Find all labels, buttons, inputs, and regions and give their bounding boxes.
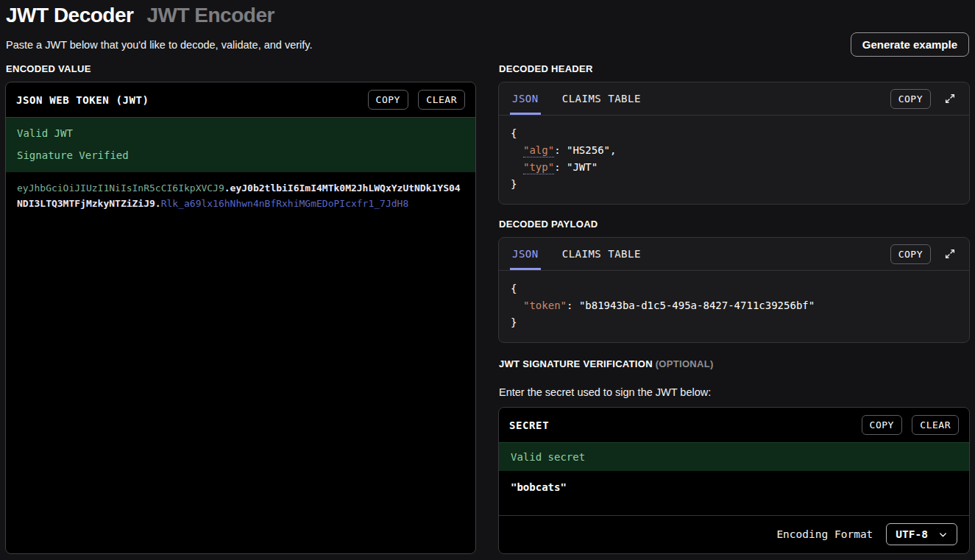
jwt-clear-button[interactable]: CLEAR xyxy=(418,90,465,110)
secret-panel-actions: COPY CLEAR xyxy=(862,415,959,435)
main-columns: ENCODED VALUE JSON WEB TOKEN (JWT) COPY … xyxy=(0,57,975,560)
json-claim-row: "typ": "JWT" xyxy=(511,159,957,176)
jwt-separator-dot: . xyxy=(155,198,161,209)
expand-arrows-icon xyxy=(944,248,956,260)
generate-example-button[interactable]: Generate example xyxy=(851,32,969,57)
decoded-payload-expand-button[interactable] xyxy=(942,246,958,262)
decoded-header-expand-button[interactable] xyxy=(942,91,958,107)
top-header: JWT Decoder JWT Encoder Paste a JWT belo… xyxy=(0,0,975,57)
decoded-header-copy-button[interactable]: COPY xyxy=(890,89,931,109)
claim-key-alg[interactable]: "alg" xyxy=(523,144,554,157)
jwt-copy-button[interactable]: COPY xyxy=(368,90,408,110)
jwt-status-banner: Valid JWT Signature Verified xyxy=(6,117,475,172)
spacer xyxy=(662,82,890,115)
page-subtitle: Paste a JWT below that you'd like to dec… xyxy=(6,39,313,51)
json-claim-row: "alg": "HS256", xyxy=(511,142,957,159)
jwt-panel-title: JSON WEB TOKEN (JWT) xyxy=(16,94,149,106)
decoded-header-tab-json[interactable]: JSON xyxy=(510,82,541,115)
secret-instruction: Enter the secret used to sign the JWT be… xyxy=(499,386,970,398)
decoded-payload-label: DECODED PAYLOAD xyxy=(499,219,970,230)
encoded-value-label: ENCODED VALUE xyxy=(6,63,476,74)
jwt-input-panel: JSON WEB TOKEN (JWT) COPY CLEAR Valid JW… xyxy=(5,82,476,554)
jwt-valid-status: Valid JWT xyxy=(17,127,464,139)
decoded-header-label: DECODED HEADER xyxy=(499,63,970,74)
json-brace: } xyxy=(511,314,957,331)
chevron-down-icon xyxy=(938,530,948,539)
claim-value-alg: "HS256" xyxy=(567,144,610,156)
json-brace: } xyxy=(511,176,957,193)
decoded-header-tab-claims-table[interactable]: CLAIMS TABLE xyxy=(560,82,643,115)
secret-value-input[interactable]: "bobcats" xyxy=(499,471,969,515)
claim-value-typ: "JWT" xyxy=(567,161,598,173)
encoded-value-section: ENCODED VALUE JSON WEB TOKEN (JWT) COPY … xyxy=(5,57,476,560)
decoded-payload-card: JSON CLAIMS TABLE COPY { "token": "b8194… xyxy=(498,237,970,343)
tab-jwt-decoder[interactable]: JWT Decoder xyxy=(6,4,133,27)
secret-copy-button[interactable]: COPY xyxy=(862,415,902,435)
secret-panel-header: SECRET COPY CLEAR xyxy=(499,408,969,442)
decoded-payload-json-viewer: { "token": "b81943ba-d1c5-495a-8427-4711… xyxy=(499,271,969,342)
json-comma: , xyxy=(610,144,616,156)
decoded-header-tab-row: JSON CLAIMS TABLE COPY xyxy=(499,82,969,116)
jwt-separator-dot: . xyxy=(224,182,230,194)
optional-label: (OPTIONAL) xyxy=(653,358,714,369)
decoded-payload-copy-button[interactable]: COPY xyxy=(890,244,931,264)
decoded-section: DECODED HEADER JSON CLAIMS TABLE COPY { … xyxy=(498,57,970,560)
signature-verification-label: JWT SIGNATURE VERIFICATION (OPTIONAL) xyxy=(499,358,970,369)
encoding-format-value: UTF-8 xyxy=(896,528,928,540)
claim-value-token: "b81943ba-d1c5-495a-8427-4711c39256bf" xyxy=(579,300,815,311)
expand-arrows-icon xyxy=(944,93,956,104)
secret-panel-title: SECRET xyxy=(509,419,549,431)
secret-footer: Encoding Format UTF-8 xyxy=(499,515,969,553)
jwt-decoder-page: JWT Decoder JWT Encoder Paste a JWT belo… xyxy=(0,0,975,560)
json-separator: : xyxy=(554,161,567,173)
json-separator: : xyxy=(567,300,579,311)
tab-jwt-encoder[interactable]: JWT Encoder xyxy=(146,4,274,27)
jwt-header-segment: eyJhbGciOiJIUzI1NiIsInR5cCI6IkpXVCJ9 xyxy=(17,182,224,194)
decoded-payload-tab-claims-table[interactable]: CLAIMS TABLE xyxy=(560,238,643,270)
decoded-header-json-viewer: { "alg": "HS256", "typ": "JWT" } xyxy=(499,116,969,204)
jwt-signature-segment: Rlk_a69lx16hNhwn4nBfRxhiMGmEDoPIcxfr1_7J… xyxy=(161,198,409,209)
subtitle-row: Paste a JWT below that you'd like to dec… xyxy=(6,32,969,57)
json-separator: : xyxy=(554,144,567,156)
jwt-token-input[interactable]: eyJhbGciOiJIUzI1NiIsInR5cCI6IkpXVCJ9.eyJ… xyxy=(6,172,475,220)
claim-key-typ[interactable]: "typ" xyxy=(523,161,554,174)
decoded-header-card: JSON CLAIMS TABLE COPY { "alg": "HS256",… xyxy=(498,82,970,205)
json-claim-row: "token": "b81943ba-d1c5-495a-8427-4711c3… xyxy=(511,297,957,314)
secret-input-panel: SECRET COPY CLEAR Valid secret "bobcats"… xyxy=(498,407,970,554)
encoding-format-label: Encoding Format xyxy=(776,528,873,540)
secret-clear-button[interactable]: CLEAR xyxy=(912,415,959,435)
json-brace: { xyxy=(511,125,957,142)
claim-key-token[interactable]: "token" xyxy=(523,300,567,311)
jwt-panel-actions: COPY CLEAR xyxy=(368,90,465,110)
jwt-panel-header: JSON WEB TOKEN (JWT) COPY CLEAR xyxy=(6,82,475,117)
decoded-payload-tab-json[interactable]: JSON xyxy=(510,238,541,270)
mode-tabs: JWT Decoder JWT Encoder xyxy=(6,4,969,27)
signature-verified-status: Signature Verified xyxy=(17,149,464,161)
encoding-format-select[interactable]: UTF-8 xyxy=(886,523,957,545)
spacer xyxy=(662,238,890,270)
secret-status-banner: Valid secret xyxy=(499,442,969,471)
json-brace: { xyxy=(511,280,957,297)
decoded-payload-tab-row: JSON CLAIMS TABLE COPY xyxy=(499,238,969,271)
